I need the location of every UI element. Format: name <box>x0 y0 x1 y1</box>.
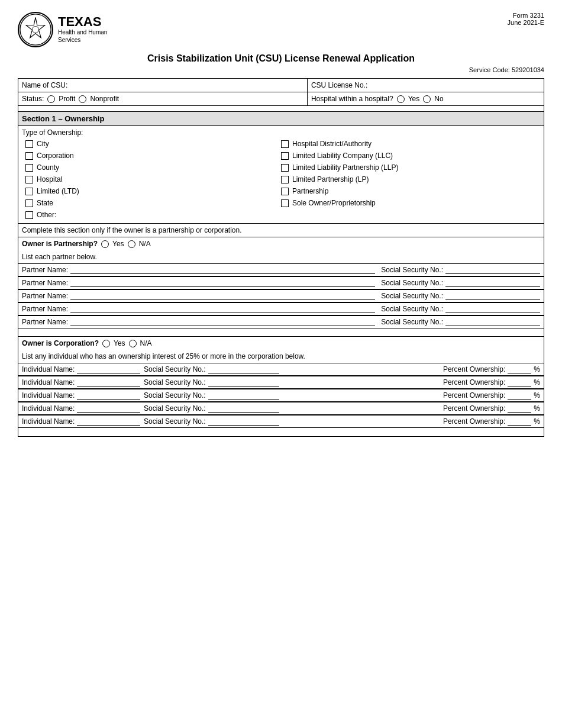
status-cell: Status: Profit Nonprofit <box>18 92 307 106</box>
individual-row-1-cell: Individual Name: Social Security No.: Pe… <box>18 363 544 376</box>
lp-checkbox[interactable] <box>281 176 289 183</box>
corporation-checkbox[interactable] <box>25 152 33 160</box>
partner-5: Partner Name: Social Security No.: <box>18 316 544 328</box>
partner-row-5-cell: Partner Name: Social Security No.: <box>18 316 544 328</box>
individual-1-ssn-section: Social Security No.: <box>144 365 440 373</box>
partner-4-ssn-field[interactable] <box>445 305 540 313</box>
individual-2-ssn-field[interactable] <box>208 378 279 386</box>
individual-2-pct-field[interactable] <box>508 378 531 386</box>
csu-name-row: Name of CSU: CSU License No.: <box>18 79 544 92</box>
agency-name-texas: TEXAS <box>58 15 107 28</box>
partner-2-ssn-section: Social Security No.: <box>381 279 540 287</box>
partner-3-ssn-field[interactable] <box>445 292 540 300</box>
partner-1-ssn-field[interactable] <box>445 266 540 274</box>
individual-3: Individual Name: Social Security No.: Pe… <box>18 389 544 402</box>
corporation-yes-radio[interactable] <box>102 340 110 347</box>
individual-5-pct-section: Percent Ownership: % <box>443 417 540 426</box>
main-form: Name of CSU: CSU License No.: Status: Pr… <box>18 78 544 437</box>
individual-4-pct-field[interactable] <box>508 404 531 413</box>
partnership-yes-radio[interactable] <box>101 240 109 248</box>
individual-5-name-field[interactable] <box>77 417 140 426</box>
ownership-llc: Limited Liability Company (LLC) <box>281 150 537 162</box>
county-checkbox[interactable] <box>25 164 33 172</box>
partner-1-name-field[interactable] <box>70 266 375 274</box>
ownership-checkboxes-cell: City Corporation County Hospital <box>18 138 544 224</box>
list-partners-row: List each partner below. <box>18 250 544 264</box>
individual-1-name-field[interactable] <box>77 365 140 373</box>
list-partners-cell: List each partner below. <box>18 250 544 264</box>
individual-4-name-section: Individual Name: <box>22 404 140 413</box>
hospital-no-radio[interactable] <box>423 95 431 103</box>
spacer-2 <box>18 328 544 337</box>
other-checkbox[interactable] <box>25 211 33 219</box>
partner-2-ssn-field[interactable] <box>445 279 540 287</box>
individual-4-ssn-field[interactable] <box>208 404 279 413</box>
pct-sign-3: % <box>534 391 540 400</box>
partner-ssn-label-2: Social Security No.: <box>381 279 443 287</box>
individual-name-label-5: Individual Name: <box>22 417 75 426</box>
form-date: June 2021-E <box>508 19 544 26</box>
individual-row-2: Individual Name: Social Security No.: Pe… <box>18 376 544 389</box>
spacer-1 <box>18 106 544 112</box>
partner-3-name-section: Partner Name: <box>22 292 375 300</box>
individual-2: Individual Name: Social Security No.: Pe… <box>18 376 544 389</box>
llc-checkbox[interactable] <box>281 152 289 160</box>
individual-name-label-4: Individual Name: <box>22 404 75 413</box>
individual-row-5: Individual Name: Social Security No.: Pe… <box>18 415 544 428</box>
individual-3-name-field[interactable] <box>77 391 140 400</box>
state-checkbox[interactable] <box>25 199 33 207</box>
corporation-na-radio[interactable] <box>129 340 137 347</box>
spacer-final <box>18 428 544 436</box>
hospital-district-checkbox[interactable] <box>281 140 289 148</box>
individual-5-name-section: Individual Name: <box>22 417 140 426</box>
ownership-grid: City Corporation County Hospital <box>22 138 540 221</box>
form-title: Crisis Stabilization Unit (CSU) License … <box>18 53 544 64</box>
individual-3-pct-field[interactable] <box>508 391 531 400</box>
partner-2-name-field[interactable] <box>70 279 375 287</box>
individual-1-pct-field[interactable] <box>508 365 531 373</box>
partner-row-5: Partner Name: Social Security No.: <box>18 316 544 328</box>
hospital-no-label: No <box>434 95 443 103</box>
hospital-checkbox[interactable] <box>25 176 33 183</box>
individual-1-ssn-field[interactable] <box>208 365 279 373</box>
partner-5-ssn-field[interactable] <box>445 318 540 326</box>
sole-owner-checkbox[interactable] <box>281 199 289 207</box>
csu-name-cell: Name of CSU: <box>18 79 307 92</box>
individual-3-pct-section: Percent Ownership: % <box>443 391 540 400</box>
partner-row-1: Partner Name: Social Security No.: <box>18 264 544 277</box>
list-partners-label: List each partner below. <box>22 253 97 261</box>
partner-3-name-field[interactable] <box>70 292 375 300</box>
status-row: Status: Profit Nonprofit Hospital within… <box>18 92 544 106</box>
ownership-type-label: Type of Ownership: <box>22 128 83 137</box>
lp-label: Limited Partnership (LP) <box>292 175 369 183</box>
partner-5-name-section: Partner Name: <box>22 318 375 326</box>
nonprofit-radio[interactable] <box>79 95 86 103</box>
ownership-left-col: City Corporation County Hospital <box>25 138 281 221</box>
sole-owner-label: Sole Owner/Proprietorship <box>292 199 376 207</box>
status-label: Status: <box>22 95 44 103</box>
hospital-district-label: Hospital District/Authority <box>292 140 372 148</box>
llp-checkbox[interactable] <box>281 164 289 172</box>
individual-5-pct-field[interactable] <box>508 417 531 426</box>
partnership-na-label: N/A <box>139 240 151 248</box>
partner-4-name-field[interactable] <box>70 305 375 313</box>
individual-4-name-field[interactable] <box>77 404 140 413</box>
individual-5: Individual Name: Social Security No.: Pe… <box>18 415 544 427</box>
csu-license-label: CSU License No.: <box>311 81 367 89</box>
city-checkbox[interactable] <box>25 140 33 148</box>
individual-1-name-section: Individual Name: <box>22 365 140 373</box>
partner-5-name-field[interactable] <box>70 318 375 326</box>
agency-name-sub: Health and HumanServices <box>58 28 107 44</box>
hospital-yes-radio[interactable] <box>397 95 405 103</box>
individual-5-ssn-field[interactable] <box>208 417 279 426</box>
pct-sign-1: % <box>534 365 540 373</box>
profit-radio[interactable] <box>47 95 55 103</box>
individual-3-ssn-field[interactable] <box>208 391 279 400</box>
svg-point-2 <box>32 26 38 33</box>
partnership-na-radio[interactable] <box>128 240 135 248</box>
corporation-note-row: List any individual who has an ownership… <box>18 350 544 363</box>
svg-marker-1 <box>26 17 45 38</box>
partnership-checkbox[interactable] <box>281 188 289 195</box>
limited-checkbox[interactable] <box>25 188 33 195</box>
individual-2-name-field[interactable] <box>77 378 140 386</box>
